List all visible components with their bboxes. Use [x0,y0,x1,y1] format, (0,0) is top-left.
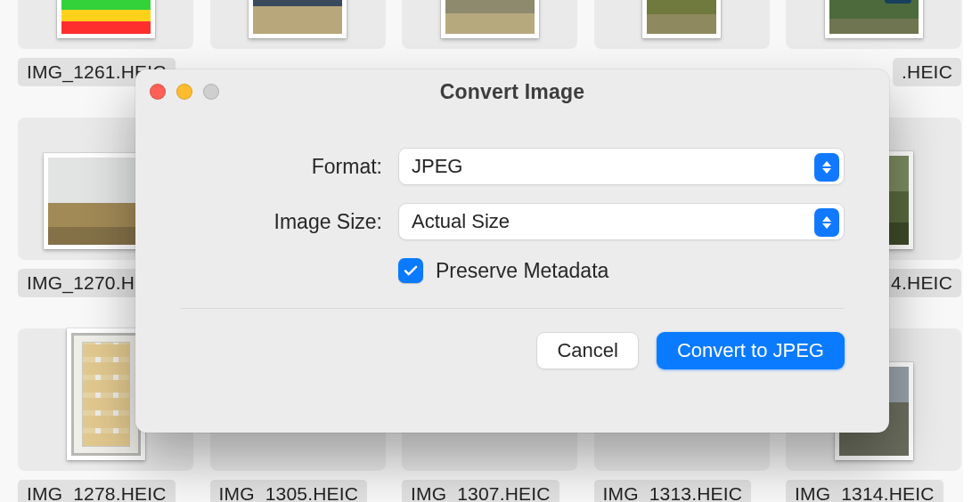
thumbnail-frame [786,0,961,49]
image-size-select[interactable]: Actual Size [398,203,845,240]
checkmark-icon [403,263,419,279]
convert-image-dialog: Convert Image Format: JPEG Image Size: A… [135,69,889,433]
image-icon [253,0,342,34]
file-label[interactable]: IMG_1314.HEIC [786,480,943,502]
image-size-row: Image Size: Actual Size [180,203,845,240]
format-select[interactable]: JPEG [398,148,845,185]
minimize-icon[interactable] [176,84,192,100]
divider [180,308,845,309]
preserve-metadata-row: Preserve Metadata [398,258,845,283]
image-icon [445,0,535,34]
dialog-titlebar: Convert Image [135,69,889,114]
select-stepper-icon[interactable] [814,208,839,237]
image-size-label: Image Size: [180,210,398,234]
file-label[interactable]: IMG_1278.HEIC [18,480,176,502]
select-stepper-icon[interactable] [814,153,839,182]
image-size-value: Actual Size [412,210,510,233]
zoom-icon [203,84,219,100]
format-value: JPEG [412,155,462,178]
file-label[interactable]: IMG_1313.HEIC [594,480,752,502]
dialog-title: Convert Image [135,80,889,104]
format-row: Format: JPEG [180,148,845,185]
convert-button-label: Convert to JPEG [677,339,824,362]
thumbnail-frame [402,0,577,49]
image-icon [71,333,141,456]
thumbnail-frame [18,0,193,49]
image-icon [61,0,151,34]
window-controls [150,84,219,100]
convert-button[interactable]: Convert to JPEG [657,332,845,369]
preserve-metadata-label: Preserve Metadata [436,259,608,283]
close-icon[interactable] [150,84,166,100]
preserve-metadata-checkbox[interactable] [398,258,423,283]
cancel-button[interactable]: Cancel [536,332,638,369]
thumbnail-frame [594,0,770,49]
format-label: Format: [180,155,398,179]
dialog-buttons: Cancel Convert to JPEG [135,332,889,369]
file-label[interactable]: 4.HEIC [882,269,961,297]
file-label[interactable]: IMG_1270.H [18,269,143,297]
cancel-button-label: Cancel [557,339,617,362]
file-label[interactable]: .HEIC [893,58,961,86]
file-label[interactable]: IMG_1307.HEIC [402,480,559,502]
window-gutter [963,0,980,502]
file-label[interactable]: IMG_1305.HEIC [210,480,368,502]
dialog-form: Format: JPEG Image Size: Actual Size Pre… [135,114,889,283]
image-icon [829,0,919,34]
thumbnail-frame [210,0,386,49]
image-icon [647,0,716,34]
